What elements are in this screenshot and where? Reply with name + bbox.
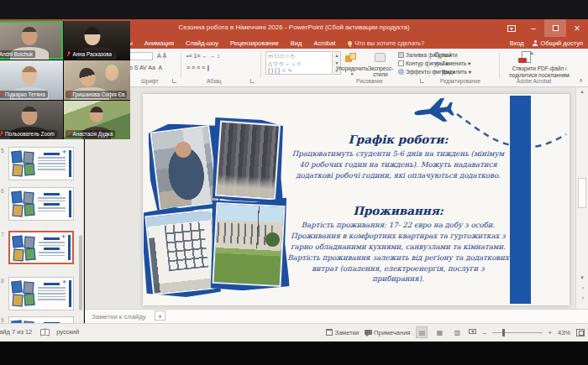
participant-tile-1[interactable]: Andrii Boichuk bbox=[0, 21, 63, 60]
language-indicator[interactable]: русский bbox=[56, 328, 79, 336]
thumbnail-accent-bar bbox=[68, 235, 71, 260]
zoom-out-button[interactable]: – bbox=[482, 329, 486, 336]
shapes-row2: △ ▽ ◇ ← ↓ ☆ bbox=[268, 60, 302, 66]
paragraph-dialog-launcher[interactable] bbox=[250, 79, 255, 83]
thumbnail-photos bbox=[12, 191, 35, 217]
create-pdf-button[interactable]: Створити PDF-файл і поділитися посилання… bbox=[501, 65, 578, 78]
tab-view[interactable]: Вид bbox=[285, 37, 308, 49]
text-block-work-schedule[interactable]: Графік роботи: Працюватимуть студенти 5-… bbox=[287, 133, 509, 181]
slide-counter: слайд 7 из 12 bbox=[0, 328, 32, 336]
slide-accent-bar[interactable] bbox=[510, 96, 531, 304]
next-slide-button[interactable]: » bbox=[580, 292, 585, 304]
thumbnail-number: 7 bbox=[1, 232, 8, 237]
video-call-overlay[interactable]: Andrii Boichuk Анна Расказова Підкарко Т… bbox=[0, 21, 130, 139]
shape-effects-icon bbox=[398, 69, 404, 75]
scroll-up-icon[interactable]: ▲ bbox=[576, 89, 588, 94]
zoom-in-button[interactable]: + bbox=[549, 329, 552, 336]
thumbnail-slide-6[interactable] bbox=[8, 187, 74, 221]
share-button[interactable]: Общий доступ bbox=[533, 39, 583, 47]
thumbnail-photos bbox=[13, 236, 36, 262]
zoom-slider-thumb[interactable] bbox=[502, 329, 505, 336]
reading-view-button[interactable]: ▥ bbox=[451, 326, 463, 338]
paragraph-align-buttons[interactable]: ≡ ≡ ≡ ≡ ∥ bbox=[186, 65, 210, 71]
group-label-font: Шрифт bbox=[141, 78, 159, 84]
slideshow-button[interactable] bbox=[469, 329, 476, 336]
thumbnail-text-lines bbox=[39, 237, 65, 258]
slide-sorter-view-button[interactable]: ▦ bbox=[433, 326, 445, 338]
close-button[interactable]: × bbox=[566, 19, 588, 37]
shapes-row1: ▭ \ \ □ ○ ◇ bbox=[268, 53, 295, 59]
font-style-buttons[interactable]: ab S AV Aa A bbox=[126, 65, 162, 70]
notes-placeholder: Заметки к слайду bbox=[92, 313, 146, 321]
slide[interactable]: Графік роботи: Працюватимуть студенти 5-… bbox=[143, 94, 570, 305]
replace-button[interactable]: ab Заменить ▾ bbox=[434, 60, 470, 67]
participant-video bbox=[77, 66, 97, 88]
ribbon-display-options-icon bbox=[507, 25, 516, 32]
participant-tile-4[interactable]: Гришанова Софія Єв... bbox=[64, 60, 131, 99]
participant-tile-2[interactable]: Анна Расказова bbox=[64, 21, 131, 60]
tab-review[interactable]: Рецензирование bbox=[224, 37, 285, 49]
muted-mic-icon bbox=[67, 131, 71, 137]
person-icon bbox=[533, 40, 538, 46]
ribbon-display-options-button[interactable] bbox=[501, 19, 522, 37]
zoom-slider[interactable] bbox=[492, 332, 543, 333]
tab-animation[interactable]: Анимация bbox=[139, 37, 180, 49]
thumbnail-slide-5[interactable]: ✈ bbox=[8, 147, 74, 180]
thumbnail-text-lines bbox=[38, 153, 66, 172]
zoom-level[interactable]: 43% bbox=[558, 329, 570, 336]
thumbnail-slide-7-selected[interactable]: ✈ bbox=[8, 231, 74, 264]
arrange-button[interactable]: Упорядочить ▾ bbox=[334, 65, 370, 77]
status-bar: слайд 7 из 12 русский Заметки Примечания… bbox=[0, 323, 588, 342]
paragraph-list-buttons[interactable]: •≡ 1≡ ← → ↕ bbox=[186, 53, 220, 59]
shapes-row3: ( ) { } ☆ ∿ bbox=[268, 67, 292, 73]
group-separator bbox=[428, 52, 429, 78]
participant-tile-3[interactable]: Підкарко Тетяна bbox=[0, 60, 63, 99]
collapse-ribbon-icon[interactable]: ∧ bbox=[579, 77, 583, 84]
font-size-combo[interactable] bbox=[128, 52, 153, 60]
canvas-scrollbar[interactable]: ▲ ▼ « » bbox=[575, 87, 588, 309]
participant-name: Анна Расказова bbox=[73, 51, 112, 57]
canvas-scrollbar-thumb[interactable] bbox=[578, 178, 586, 208]
font-dialog-launcher[interactable] bbox=[172, 79, 176, 83]
find-button[interactable]: Найти bbox=[434, 51, 458, 59]
letterbox-top bbox=[0, 0, 588, 19]
slide-body-2: Вартість проживання: 17- 22 євро на добу… bbox=[287, 220, 509, 284]
participant-tile-6[interactable]: Анастасія Дудка bbox=[64, 101, 131, 139]
comments-toggle-button[interactable]: Примечания bbox=[365, 329, 410, 336]
tab-slideshow[interactable]: Слайд-шоу bbox=[180, 37, 224, 49]
tab-acrobat[interactable]: Acrobat bbox=[307, 37, 341, 49]
text-block-accommodation[interactable]: Проживання: Вартість проживання: 17- 22 … bbox=[287, 204, 509, 284]
thumbnail-accent-bar bbox=[69, 150, 71, 177]
notes-collapse-button[interactable]: ▼ bbox=[155, 310, 165, 321]
thumbnail-scrollbar-thumb[interactable] bbox=[79, 235, 82, 310]
notes-toggle-button[interactable]: Заметки bbox=[326, 329, 359, 336]
shapes-scroll-up-icon[interactable]: ▲ bbox=[333, 52, 340, 60]
quick-styles-button[interactable]: Экспресс-стили bbox=[366, 65, 395, 77]
participant-video bbox=[21, 107, 37, 125]
plane-icon[interactable] bbox=[412, 93, 460, 128]
muted-mic-icon bbox=[0, 91, 3, 97]
drawing-dialog-launcher[interactable] bbox=[420, 79, 424, 83]
tell-me-box[interactable]: Что вы хотите сделать? bbox=[341, 39, 424, 47]
thumbnail-slide-8[interactable]: ✈ bbox=[8, 277, 74, 310]
participant-video bbox=[21, 66, 37, 85]
fit-to-window-button[interactable] bbox=[576, 329, 585, 336]
plane-icon: ✈ bbox=[61, 233, 66, 239]
participant-tile-5[interactable]: Пользователь Zoom bbox=[0, 101, 63, 139]
sign-in-button[interactable]: Вход bbox=[510, 39, 524, 47]
normal-view-button[interactable]: ▤ bbox=[416, 326, 428, 338]
thumbnail-accent-bar bbox=[69, 190, 71, 217]
shapes-gallery[interactable]: ▭ \ \ □ ○ ◇ △ ▽ ◇ ← ↓ ☆ ( ) { } ☆ ∿ bbox=[265, 51, 333, 75]
restore-icon bbox=[553, 25, 559, 31]
participant-name: Пользователь Zoom bbox=[5, 131, 55, 137]
scroll-down-icon[interactable]: ▼ bbox=[576, 275, 588, 280]
share-label: Общий доступ bbox=[541, 39, 583, 47]
slide-heading-2: Проживання: bbox=[287, 204, 509, 217]
minimize-button[interactable]: – bbox=[522, 19, 544, 37]
spellcheck-icon[interactable] bbox=[40, 329, 48, 335]
select-cursor-icon: ↖ bbox=[434, 69, 440, 75]
select-button[interactable]: ↖ Выделить ▾ bbox=[434, 68, 471, 76]
restore-button[interactable] bbox=[544, 19, 566, 37]
font-size-buttons[interactable]: А́ А̌ bbox=[157, 53, 166, 59]
group-label-drawing: Рисование bbox=[356, 78, 383, 84]
